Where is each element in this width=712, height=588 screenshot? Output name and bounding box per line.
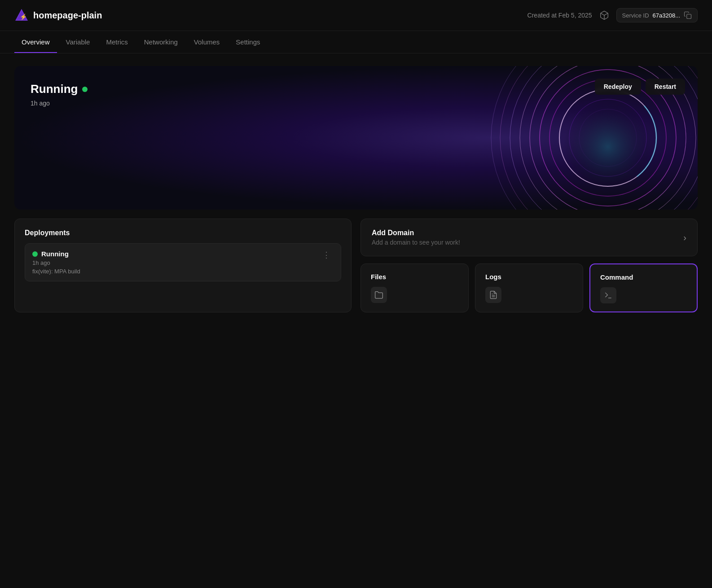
logs-card[interactable]: Logs [475, 263, 583, 312]
status-running: Running [31, 82, 88, 96]
files-label: Files [371, 273, 458, 281]
service-box-icon [599, 10, 609, 20]
deployment-more-button[interactable]: ⋮ [320, 250, 334, 260]
deployment-commit: fix(vite): MPA build [32, 268, 80, 275]
deployment-time: 1h ago [32, 259, 80, 266]
redeploy-button[interactable]: Redeploy [595, 79, 641, 95]
copy-icon[interactable] [684, 11, 692, 19]
status-dot [82, 87, 88, 92]
terminal-icon [600, 287, 616, 303]
header-right: Created at Feb 5, 2025 Service ID 67a320… [527, 8, 698, 22]
add-domain-text: Add Domain Add a domain to see your work… [372, 229, 460, 246]
tab-volumes[interactable]: Volumes [187, 31, 227, 53]
svg-point-17 [563, 93, 653, 183]
add-domain-title: Add Domain [372, 229, 460, 237]
railway-logo-icon: ⚡ [14, 8, 29, 22]
deployments-card: Deployments Running 1h ago fix(vite): MP… [14, 219, 352, 312]
files-card[interactable]: Files [360, 263, 469, 312]
deployment-info: Running 1h ago fix(vite): MPA build [32, 250, 80, 275]
service-id-label: Service ID [622, 12, 649, 19]
nav-tabs: Overview Variable Metrics Networking Vol… [0, 31, 712, 53]
service-id-value: 67a3208... [653, 12, 680, 19]
service-id-box: Service ID 67a3208... [616, 8, 698, 22]
tab-metrics[interactable]: Metrics [99, 31, 135, 53]
document-icon [485, 287, 501, 303]
tab-settings[interactable]: Settings [229, 31, 267, 53]
tab-networking[interactable]: Networking [137, 31, 185, 53]
status-text: Running [31, 82, 78, 96]
svg-rect-4 [687, 14, 691, 19]
folder-icon [371, 287, 387, 303]
command-card[interactable]: Command [589, 263, 698, 312]
right-column: Add Domain Add a domain to see your work… [360, 219, 698, 312]
tab-overview[interactable]: Overview [14, 31, 57, 53]
bottom-cards: Files Logs [360, 263, 698, 312]
hero-content: Running 1h ago [14, 66, 104, 123]
restart-button[interactable]: Restart [646, 79, 685, 95]
tab-variable[interactable]: Variable [59, 31, 97, 53]
deployment-status-dot [32, 251, 38, 257]
deployment-status: Running [32, 250, 80, 258]
bottom-grid: Deployments Running 1h ago fix(vite): MP… [14, 219, 698, 312]
command-label: Command [600, 273, 687, 281]
created-at-label: Created at Feb 5, 2025 [527, 12, 592, 19]
add-domain-subtitle: Add a domain to see your work! [372, 239, 460, 246]
main-content: Running 1h ago Redeploy Restart Deployme… [0, 53, 712, 325]
hero-time: 1h ago [31, 100, 88, 107]
chevron-right-icon: › [683, 233, 686, 243]
hero-banner: Running 1h ago Redeploy Restart [14, 66, 698, 210]
hero-buttons: Redeploy Restart [595, 79, 685, 95]
svg-text:⚡: ⚡ [20, 13, 27, 21]
app-title: homepage-plain [33, 10, 102, 21]
app-header: ⚡ homepage-plain Created at Feb 5, 2025 … [0, 0, 712, 31]
deployment-status-text: Running [41, 250, 69, 258]
logs-label: Logs [485, 273, 573, 281]
add-domain-card[interactable]: Add Domain Add a domain to see your work… [360, 219, 698, 256]
logo: ⚡ homepage-plain [14, 8, 102, 22]
deployments-title: Deployments [25, 229, 341, 237]
deployment-item: Running 1h ago fix(vite): MPA build ⋮ [25, 243, 341, 281]
